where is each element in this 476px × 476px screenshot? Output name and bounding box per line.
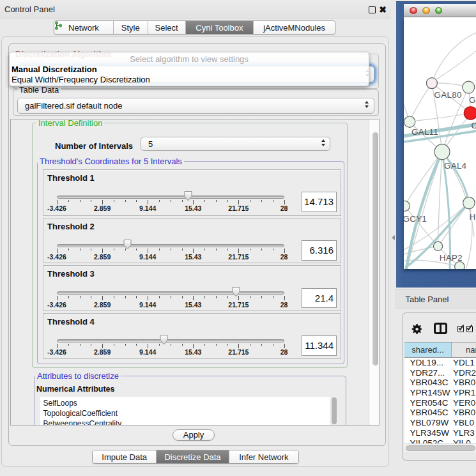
threshold-label: Threshold 4 bbox=[47, 317, 95, 326]
numerical-attributes-list[interactable]: SelfLoopsTopologicalCoefficientBetweenne… bbox=[40, 397, 330, 426]
tab-cyni-toolbox[interactable]: Cyni Toolbox bbox=[186, 21, 254, 34]
attribute-list-item[interactable]: TopologicalCoefficient bbox=[40, 408, 330, 418]
network-view-frame: GAL80GACGAL11GAL4GCY1HHAP2 bbox=[396, 1, 476, 288]
node-label: GAL4 bbox=[444, 161, 466, 171]
zoom-traffic-light-icon[interactable] bbox=[435, 7, 443, 15]
table-row[interactable]: YDL19...YDL1 bbox=[404, 358, 476, 368]
attributes-scrollbar-thumb[interactable] bbox=[332, 397, 337, 424]
table-scrollbar-thumb[interactable] bbox=[406, 445, 475, 451]
attribute-list-item[interactable]: SelfLoops bbox=[40, 398, 330, 408]
table-row[interactable]: YPR145WYPR1 bbox=[404, 388, 476, 398]
tab-select[interactable]: Select bbox=[148, 21, 186, 34]
cell-name: YBL0 bbox=[453, 418, 476, 428]
table-panel-title: Table Panel bbox=[406, 290, 449, 309]
table-row[interactable]: YER054CYER0 bbox=[404, 398, 476, 408]
threshold-value-field[interactable]: 11.344 bbox=[302, 335, 337, 356]
checkbox-icon[interactable] bbox=[457, 326, 464, 332]
network-node[interactable] bbox=[462, 81, 474, 93]
tab-infer-network[interactable]: Infer Network bbox=[229, 450, 298, 463]
settings-scrollpane: Interval Definition Number of Intervals … bbox=[10, 119, 380, 426]
threshold-slider-track[interactable] bbox=[57, 244, 284, 247]
network-node-selected[interactable] bbox=[464, 107, 476, 119]
threshold-value-field[interactable]: 6.316 bbox=[302, 240, 337, 261]
table-data-group-title: Table Data bbox=[17, 86, 61, 94]
table-data-combobox-value: galFiltered.sif default node bbox=[25, 98, 122, 113]
threshold-slider-track[interactable] bbox=[57, 291, 284, 295]
settings-scrollbar-thumb[interactable] bbox=[372, 132, 378, 365]
tab-impute-data[interactable]: Impute Data bbox=[93, 450, 157, 463]
cell-shared-name: YBR043C bbox=[404, 378, 453, 388]
gear-icon[interactable] bbox=[411, 324, 422, 334]
minimize-traffic-light-icon[interactable] bbox=[422, 7, 430, 15]
network-node[interactable] bbox=[434, 144, 450, 160]
dropdown-item-equal-width[interactable]: Equal Width/Frequency Discretization bbox=[10, 75, 369, 85]
table-row[interactable]: YIL052CYIL0 bbox=[404, 438, 476, 444]
threshold-slider-track[interactable] bbox=[57, 196, 284, 199]
attributes-list-scrollbar[interactable] bbox=[330, 397, 338, 426]
tab-discretize-data[interactable]: Discretize Data bbox=[157, 450, 229, 463]
table-row[interactable]: YBR043CYBR0 bbox=[404, 378, 476, 388]
close-icon[interactable]: ✖ bbox=[378, 5, 387, 15]
cell-shared-name: YLR345W bbox=[404, 428, 453, 438]
node-label: H bbox=[470, 211, 476, 221]
number-of-intervals-label: Number of Intervals bbox=[55, 141, 133, 151]
table-panel-body: shared... name YDL19...YDL1YDR27...YDR2Y… bbox=[402, 312, 476, 461]
table-panel-header: Table Panel bbox=[395, 289, 476, 309]
tab-style[interactable]: Style bbox=[114, 21, 148, 34]
cell-name: YBR0 bbox=[453, 408, 476, 418]
checkbox-icon[interactable] bbox=[466, 326, 473, 332]
table-row[interactable]: YDR27...YDR2 bbox=[404, 368, 476, 378]
cell-name: YIL0 bbox=[453, 438, 476, 444]
number-of-intervals-combobox[interactable]: 5 bbox=[141, 137, 330, 151]
apply-button[interactable]: Apply bbox=[173, 429, 215, 441]
tab-jactivemnodules[interactable]: jActiveMNodules bbox=[254, 21, 335, 34]
threshold-value-field[interactable]: 14.713 bbox=[302, 192, 337, 212]
number-of-intervals-value: 5 bbox=[148, 137, 153, 150]
table-horizontal-scrollbar[interactable] bbox=[404, 443, 476, 452]
cell-shared-name: YDR27... bbox=[404, 368, 453, 378]
threshold-slider-track[interactable] bbox=[57, 339, 284, 342]
table-row[interactable]: YBR045CYBR0 bbox=[404, 408, 476, 418]
columns-icon[interactable] bbox=[434, 323, 447, 334]
cyni-subtab-strip: Impute DataDiscretize DataInfer Network bbox=[92, 450, 299, 464]
dropdown-item-manual-discretization[interactable]: Manual Discretization bbox=[10, 65, 369, 75]
dropdown-placeholder-item[interactable]: Select algorithm to view settings bbox=[10, 54, 369, 65]
table-data-combobox[interactable]: galFiltered.sif default node bbox=[17, 98, 374, 114]
network-node[interactable] bbox=[426, 78, 437, 89]
cell-name: YPR1 bbox=[453, 388, 476, 398]
table-row[interactable]: YBL079WYBL0 bbox=[404, 418, 476, 428]
interval-definition-title: Interval Definition bbox=[36, 119, 104, 127]
network-node[interactable] bbox=[463, 197, 475, 209]
tab-label: Network bbox=[68, 23, 99, 33]
network-canvas[interactable]: GAL80GACGAL11GAL4GCY1HHAP2 bbox=[404, 17, 476, 269]
float-window-icon[interactable] bbox=[369, 6, 376, 13]
cell-shared-name: YER054C bbox=[404, 398, 453, 408]
network-node[interactable] bbox=[433, 242, 442, 250]
close-traffic-light-icon[interactable] bbox=[410, 7, 417, 15]
threshold-row: Threshold 1-3.4262.8599.14415.4321.71528… bbox=[43, 169, 341, 217]
threshold-value-field[interactable]: 21.4 bbox=[302, 288, 337, 309]
column-header-name[interactable]: name bbox=[452, 342, 476, 357]
control-panel-title: Control Panel bbox=[4, 0, 55, 19]
numerical-attributes-label: Numerical Attributes bbox=[36, 385, 114, 394]
settings-scrollbar[interactable] bbox=[369, 119, 379, 425]
split-divider-grip-icon[interactable] bbox=[392, 235, 395, 240]
tab-label: Cyni Toolbox bbox=[196, 23, 243, 33]
cell-name: YBR0 bbox=[453, 378, 476, 388]
table-row[interactable]: YLR345WYLR3 bbox=[404, 428, 476, 438]
column-header-shared[interactable]: shared... bbox=[404, 342, 452, 357]
network-node[interactable] bbox=[454, 262, 464, 270]
tab-network[interactable]: Network bbox=[54, 21, 114, 34]
attribute-list-item[interactable]: BetweennessCentrality bbox=[40, 418, 330, 426]
slider-tick-labels: -3.4262.8599.14415.4321.71528 bbox=[57, 253, 285, 261]
threshold-label: Threshold 2 bbox=[47, 222, 95, 231]
network-window-titlebar bbox=[404, 4, 476, 17]
network-node[interactable] bbox=[404, 116, 415, 127]
tab-label: Discretize Data bbox=[164, 452, 220, 462]
node-attribute-table: shared... name YDL19...YDL1YDR27...YDR2Y… bbox=[404, 342, 476, 443]
slider-tick-labels: -3.4262.8599.14415.4321.71528 bbox=[57, 348, 285, 357]
slider-tick-labels: -3.4262.8599.14415.4321.71528 bbox=[57, 301, 285, 309]
threshold-label: Threshold 3 bbox=[47, 269, 95, 279]
network-node[interactable] bbox=[404, 201, 410, 211]
cyni-toolbox-tab-content: Discretization Algorithm Table Data galF… bbox=[1, 36, 389, 467]
